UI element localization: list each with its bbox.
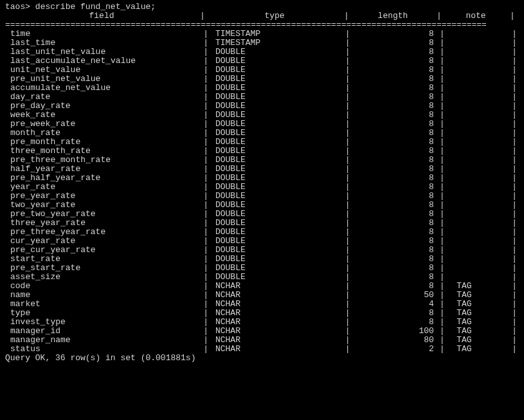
- table-row: invest_type| NCHAR|8| TAG|: [5, 318, 519, 327]
- cell-note: [447, 228, 510, 237]
- cell-type: DOUBLE: [210, 84, 343, 93]
- column-separator: |: [343, 39, 352, 48]
- cell-field: pre_half_year_rate: [5, 174, 201, 183]
- cell-field: day_rate: [5, 93, 201, 102]
- cell-note: [447, 255, 510, 264]
- column-separator: |: [343, 129, 352, 138]
- column-separator: |: [510, 183, 519, 192]
- cell-note: [447, 192, 510, 201]
- column-separator: |: [510, 84, 519, 93]
- column-separator: |: [510, 66, 519, 75]
- column-separator: |: [343, 57, 352, 66]
- command-text: describe fund_net_value;: [35, 2, 156, 12]
- table-row: two_year_rate| DOUBLE|8||: [5, 201, 519, 210]
- cell-note: [447, 93, 510, 102]
- cell-field: last_time: [5, 39, 201, 48]
- table-row: last_unit_net_value| DOUBLE|8||: [5, 48, 519, 57]
- column-separator: |: [438, 237, 447, 246]
- cell-note: [447, 111, 510, 120]
- cell-length: 8: [352, 309, 438, 318]
- column-separator: |: [438, 30, 447, 39]
- cell-length: 8: [352, 48, 438, 57]
- column-separator: |: [201, 327, 210, 336]
- cell-length: 8: [352, 147, 438, 156]
- cell-length: 8: [352, 201, 438, 210]
- column-separator: |: [201, 57, 210, 66]
- cell-type: NCHAR: [210, 300, 343, 309]
- table-row: time| TIMESTAMP|8||: [5, 30, 519, 39]
- column-separator: |: [201, 210, 210, 219]
- cell-length: 8: [352, 111, 438, 120]
- column-separator: |: [438, 327, 447, 336]
- column-separator: |: [343, 201, 352, 210]
- column-separator: |: [201, 48, 210, 57]
- cell-note: [447, 264, 510, 273]
- column-separator: |: [438, 129, 447, 138]
- cell-type: DOUBLE: [210, 93, 343, 102]
- cell-length: 8: [352, 120, 438, 129]
- column-separator: |: [343, 48, 352, 57]
- column-separator: |: [438, 174, 447, 183]
- cell-note: TAG: [447, 300, 510, 309]
- column-separator: |: [343, 156, 352, 165]
- cell-type: DOUBLE: [210, 201, 343, 210]
- cell-field: three_year_rate: [5, 219, 201, 228]
- table-row: manager_id| NCHAR|100| TAG|: [5, 327, 519, 336]
- column-separator: |: [343, 237, 352, 246]
- table-row: pre_month_rate| DOUBLE|8||: [5, 138, 519, 147]
- cell-type: DOUBLE: [210, 57, 343, 66]
- column-separator: |: [201, 264, 210, 273]
- table-row: year_rate| DOUBLE|8||: [5, 183, 519, 192]
- header-type: type: [207, 12, 342, 21]
- column-separator: |: [343, 282, 352, 291]
- column-separator: |: [438, 282, 447, 291]
- table-row: week_rate| DOUBLE|8||: [5, 111, 519, 120]
- column-separator: |: [510, 327, 519, 336]
- table-row: three_month_rate| DOUBLE|8||: [5, 147, 519, 156]
- prompt-line[interactable]: taos> describe fund_net_value;: [5, 3, 519, 12]
- cell-note: [447, 30, 510, 39]
- cell-field: pre_year_rate: [5, 192, 201, 201]
- column-separator: |: [438, 120, 447, 129]
- column-separator: |: [201, 255, 210, 264]
- cell-note: [447, 174, 510, 183]
- column-separator: |: [201, 93, 210, 102]
- cell-note: [447, 39, 510, 48]
- column-separator: |: [438, 318, 447, 327]
- cell-type: NCHAR: [210, 345, 343, 354]
- table-row: accumulate_net_value| DOUBLE|8||: [5, 84, 519, 93]
- cell-type: NCHAR: [210, 336, 343, 345]
- cell-note: [447, 246, 510, 255]
- cell-field: pre_start_rate: [5, 264, 201, 273]
- cell-type: DOUBLE: [210, 75, 343, 84]
- column-separator: |: [343, 210, 352, 219]
- column-separator: |: [438, 210, 447, 219]
- cell-note: [447, 237, 510, 246]
- column-separator: |: [510, 165, 519, 174]
- column-separator: |: [438, 93, 447, 102]
- column-separator: |: [343, 84, 352, 93]
- column-separator: |: [510, 309, 519, 318]
- column-separator: |: [510, 300, 519, 309]
- column-separator: |: [438, 75, 447, 84]
- column-separator: |: [201, 291, 210, 300]
- cell-note: [447, 84, 510, 93]
- cell-field: week_rate: [5, 111, 201, 120]
- column-separator: |: [343, 273, 352, 282]
- cell-length: 8: [352, 264, 438, 273]
- cell-length: 8: [352, 75, 438, 84]
- column-separator: |: [343, 120, 352, 129]
- column-separator: |: [198, 12, 207, 21]
- cell-length: 8: [352, 57, 438, 66]
- cell-field: pre_unit_net_value: [5, 75, 201, 84]
- cell-type: DOUBLE: [210, 111, 343, 120]
- cell-length: 4: [352, 300, 438, 309]
- column-separator: |: [510, 228, 519, 237]
- table-row: pre_start_rate| DOUBLE|8||: [5, 264, 519, 273]
- result-table: field | type | length | note |: [5, 12, 517, 21]
- column-separator: |: [435, 12, 444, 21]
- column-separator: |: [438, 84, 447, 93]
- table-row: three_year_rate| DOUBLE|8||: [5, 219, 519, 228]
- cell-length: 8: [352, 39, 438, 48]
- cell-note: [447, 48, 510, 57]
